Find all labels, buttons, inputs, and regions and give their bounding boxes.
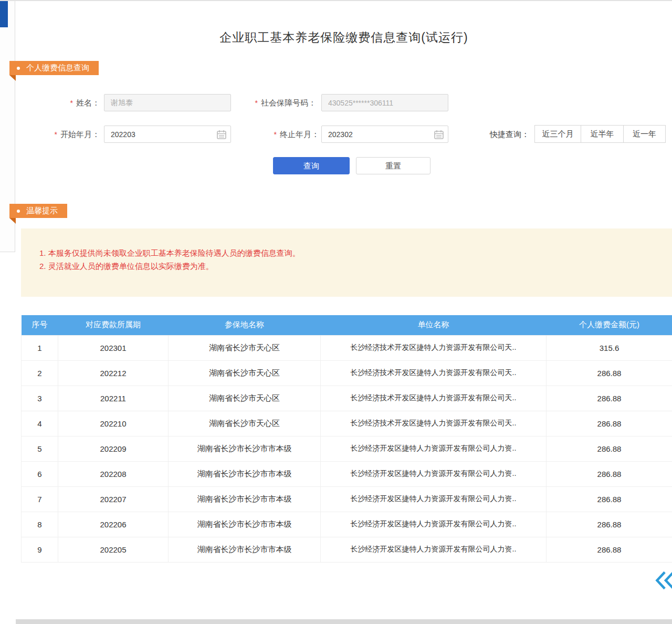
name-label: *姓名：: [52, 98, 100, 108]
quick-btn-3-months[interactable]: 近三个月: [534, 125, 581, 143]
cell-seq: 7: [22, 486, 58, 512]
cell-seq: 8: [22, 512, 58, 537]
cell-insured-place: 湖南省长沙市天心区: [169, 411, 321, 436]
table-row: 6 202208 湖南省长沙市长沙市市本级 长沙经济开发区捷特人力资源开发有限公…: [22, 461, 672, 486]
query-button[interactable]: 查询: [273, 157, 350, 174]
tips-line-2: 2. 灵活就业人员的缴费单位信息以实际缴费为准。: [39, 262, 214, 272]
cell-period: 202210: [58, 411, 169, 436]
cell-seq: 2: [22, 360, 58, 386]
top-divider: [0, 0, 672, 1]
required-asterisk: *: [274, 130, 277, 139]
table-row: 9 202205 湖南省长沙市长沙市市本级 长沙经济开发区捷特人力资源开发有限公…: [22, 537, 672, 562]
cell-seq: 9: [22, 537, 58, 562]
end-date-label: *终止年月：: [257, 130, 319, 140]
cell-employer: 长沙经济技术开发区捷特人力资源开发有限公司天..: [321, 335, 547, 360]
table-row: 3 202211 湖南省长沙市天心区 长沙经济技术开发区捷特人力资源开发有限公司…: [22, 386, 672, 411]
cell-insured-place: 湖南省长沙市天心区: [169, 360, 321, 386]
col-header-insured-place: 参保地名称: [169, 315, 321, 335]
cell-amount: 286.88: [547, 436, 672, 461]
badge-fold: [9, 218, 16, 224]
cell-seq: 4: [22, 411, 58, 436]
start-date-label: *开始年月：: [38, 130, 100, 140]
cell-period: 202209: [58, 436, 169, 461]
cell-seq: 3: [22, 386, 58, 411]
payment-records-table: 序号 对应费款所属期 参保地名称 单位名称 个人缴费金额(元) 1 202301…: [21, 315, 672, 563]
cell-seq: 1: [22, 335, 58, 360]
cell-insured-place: 湖南省长沙市长沙市市本级: [169, 436, 321, 461]
bottom-scroll-track[interactable]: [16, 619, 672, 624]
table-row: 2 202212 湖南省长沙市天心区 长沙经济技术开发区捷特人力资源开发有限公司…: [22, 360, 672, 386]
bullet-dot-icon: [17, 67, 20, 70]
section-badge-personal-query: 个人缴费信息查询: [9, 61, 99, 75]
cell-period: 202206: [58, 512, 169, 537]
cell-amount: 286.88: [547, 461, 672, 486]
cell-seq: 6: [22, 461, 58, 486]
bullet-dot-icon: [17, 210, 20, 213]
calendar-icon[interactable]: [216, 129, 227, 140]
cell-period: 202211: [58, 386, 169, 411]
table-row: 4 202210 湖南省长沙市天心区 长沙经济技术开发区捷特人力资源开发有限公司…: [22, 411, 672, 436]
cell-employer: 长沙经济开发区捷特人力资源开发有限公司人力资..: [321, 512, 547, 537]
page-title: 企业职工基本养老保险缴费信息查询(试运行): [16, 29, 672, 46]
sidebar-blue-tab[interactable]: [0, 1, 8, 27]
ssn-label: *社会保障号码：: [231, 98, 316, 108]
required-asterisk: *: [55, 130, 57, 139]
cell-period: 202205: [58, 537, 169, 562]
cell-employer: 长沙经济开发区捷特人力资源开发有限公司人力资..: [321, 461, 547, 486]
table-row: 1 202301 湖南省长沙市天心区 长沙经济技术开发区捷特人力资源开发有限公司…: [22, 335, 672, 360]
cell-period: 202208: [58, 461, 169, 486]
col-header-seq: 序号: [22, 315, 58, 335]
cell-insured-place: 湖南省长沙市天心区: [169, 386, 321, 411]
calendar-icon[interactable]: [434, 129, 444, 140]
cell-period: 202301: [58, 335, 169, 360]
cell-insured-place: 湖南省长沙市长沙市市本级: [169, 461, 321, 486]
cell-insured-place: 湖南省长沙市长沙市市本级: [169, 512, 321, 537]
cell-employer: 长沙经济开发区捷特人力资源开发有限公司人力资..: [321, 486, 547, 512]
quick-btn-half-year[interactable]: 近半年: [581, 125, 624, 143]
cell-employer: 长沙经济技术开发区捷特人力资源开发有限公司天..: [321, 386, 547, 411]
cell-amount: 286.88: [547, 386, 672, 411]
table-row: 8 202206 湖南省长沙市长沙市市本级 长沙经济开发区捷特人力资源开发有限公…: [22, 512, 672, 537]
reset-button[interactable]: 重置: [356, 157, 430, 174]
cell-amount: 286.88: [547, 360, 672, 386]
cell-period: 202212: [58, 360, 169, 386]
cell-amount: 286.88: [547, 411, 672, 436]
double-left-chevron-icon[interactable]: [654, 568, 672, 592]
table-header-row: 序号 对应费款所属期 参保地名称 单位名称 个人缴费金额(元): [22, 315, 672, 335]
table-row: 5 202209 湖南省长沙市长沙市市本级 长沙经济开发区捷特人力资源开发有限公…: [22, 436, 672, 461]
table-row: 7 202207 湖南省长沙市长沙市市本级 长沙经济开发区捷特人力资源开发有限公…: [22, 486, 672, 512]
tips-line-1: 1. 本服务仅提供尚未领取企业职工基本养老保险待遇人员的缴费信息查询。: [39, 248, 300, 258]
cell-amount: 286.88: [547, 537, 672, 562]
cell-amount: 286.88: [547, 512, 672, 537]
name-field: [104, 94, 231, 111]
required-asterisk: *: [70, 99, 73, 107]
cell-employer: 长沙经济开发区捷特人力资源开发有限公司人力资..: [321, 436, 547, 461]
cell-amount: 286.88: [547, 486, 672, 512]
badge-fold: [9, 75, 16, 81]
pension-query-page: 企业职工基本养老保险缴费信息查询(试运行) 个人缴费信息查询 *姓名： *社会保…: [0, 0, 672, 624]
cell-employer: 长沙经济技术开发区捷特人力资源开发有限公司天..: [321, 360, 547, 386]
col-header-amount: 个人缴费金额(元): [547, 315, 672, 335]
ssn-field: [321, 94, 448, 111]
end-date-field[interactable]: [321, 126, 448, 143]
col-header-employer: 单位名称: [321, 315, 547, 335]
cell-seq: 5: [22, 436, 58, 461]
quick-query-label: 快捷查询：: [490, 130, 529, 140]
start-date-field[interactable]: [104, 126, 231, 143]
cell-amount: 315.6: [547, 335, 672, 360]
col-header-period: 对应费款所属期: [58, 315, 169, 335]
cell-insured-place: 湖南省长沙市长沙市市本级: [169, 486, 321, 512]
tips-badge-label: 温馨提示: [26, 206, 58, 216]
cell-insured-place: 湖南省长沙市天心区: [169, 335, 321, 360]
cell-employer: 长沙经济开发区捷特人力资源开发有限公司人力资..: [321, 537, 547, 562]
required-asterisk: *: [255, 99, 258, 107]
section-badge-tips: 温馨提示: [9, 204, 67, 218]
cell-insured-place: 湖南省长沙市长沙市市本级: [169, 537, 321, 562]
section-badge-label: 个人缴费信息查询: [26, 63, 89, 73]
quick-btn-one-year[interactable]: 近一年: [623, 125, 666, 143]
cell-employer: 长沙经济技术开发区捷特人力资源开发有限公司天..: [321, 411, 547, 436]
cell-period: 202207: [58, 486, 169, 512]
